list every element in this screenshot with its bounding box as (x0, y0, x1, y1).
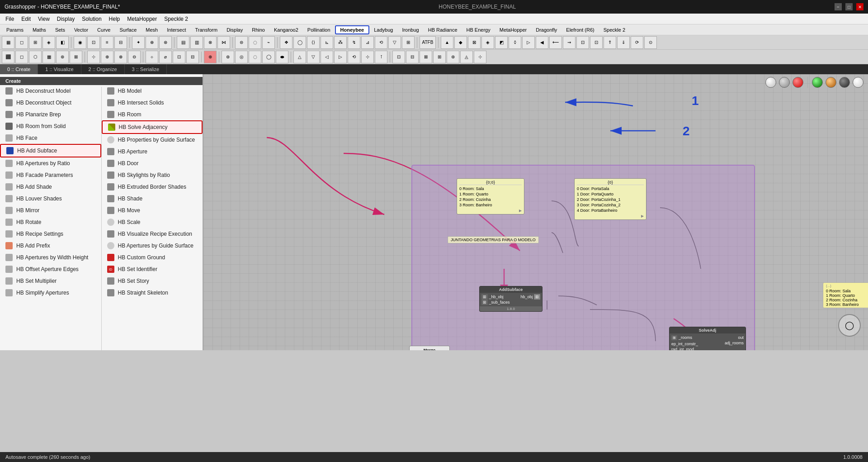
dd-hb-planarize-brep[interactable]: HB Planarize Brep (0, 109, 101, 120)
toolbar-btn-4[interactable]: ◈ (42, 36, 55, 49)
dd-hb-offset-aperture[interactable]: HB Offset Aperture Edges (0, 263, 101, 275)
toolbar-btn-29[interactable]: ⊞ (402, 36, 415, 49)
toolbar2-btn-22[interactable]: ▽ (307, 51, 320, 63)
dd-hb-deconstruct-object[interactable]: HB Deconstruct Object (0, 97, 101, 109)
dd-hb-facade-params[interactable]: HB Facade Parameters (0, 169, 101, 181)
gh-tab-organize[interactable]: 2 :: Organize (81, 64, 125, 74)
toolbar2-btn-29[interactable]: ⊟ (406, 51, 419, 63)
sphere-gray[interactable] (779, 77, 790, 88)
toolbar2-btn-3[interactable]: ⬡ (29, 51, 42, 63)
tab-transform[interactable]: Transform (190, 26, 222, 33)
dd-hb-add-subface[interactable]: HB Add Subface (0, 144, 101, 157)
dd-hb-face[interactable]: HB Face (0, 132, 101, 144)
toolbar-btn-17[interactable]: ⊜ (235, 36, 248, 49)
toolbar-btn-13[interactable]: ▤ (177, 36, 189, 49)
sphere-orange[interactable] (826, 77, 836, 88)
toolbar-btn-22[interactable]: ⟨⟩ (307, 36, 320, 49)
toolbar2-btn-1[interactable]: ⬛ (2, 51, 14, 63)
tab-surface[interactable]: Surface (115, 26, 141, 33)
minimize-button[interactable]: − (835, 3, 842, 10)
tab-elefront[interactable]: Elefront (R6) (561, 26, 599, 33)
dd-hb-straight-skeleton[interactable]: HB Straight Skeleton (102, 287, 203, 299)
menu-solution[interactable]: Solution (78, 15, 105, 23)
tab-maths[interactable]: Maths (28, 26, 51, 33)
toolbar-btn-16[interactable]: ⋈ (217, 36, 230, 49)
sphere-white2[interactable] (853, 77, 863, 88)
dd-hb-recipe-settings[interactable]: HB Recipe Settings (0, 228, 101, 240)
menu-metahopper[interactable]: MetaHopper (123, 15, 160, 23)
tab-metahopper[interactable]: MetaHopper (495, 26, 532, 33)
dd-hb-solve-adjacency[interactable]: HB Solve Adjacency (102, 120, 203, 134)
toolbar2-btn-9[interactable]: ⊗ (114, 51, 127, 63)
tab-hb-radiance[interactable]: HB Radiance (424, 26, 462, 33)
toolbar2-btn-27[interactable]: ⊺ (375, 51, 387, 63)
toolbar2-btn-6[interactable]: ⊠ (70, 51, 82, 63)
toolbar-btn-41[interactable]: ⊡ (576, 36, 589, 49)
tab-params[interactable]: Params (2, 26, 28, 33)
toolbar-btn-45[interactable]: ⟳ (631, 36, 643, 49)
toolbar-btn-42[interactable]: ⊡ (590, 36, 603, 49)
dd-hb-visualize-recipe[interactable]: HB Visualize Recipe Execution (102, 228, 203, 240)
toolbar-btn-20[interactable]: ❖ (280, 36, 292, 49)
toolbar2-btn-25[interactable]: ⟲ (348, 51, 360, 63)
toolbar-btn-26[interactable]: ⊿ (361, 36, 374, 49)
toolbar2-btn-26[interactable]: ⊹ (361, 51, 374, 63)
toolbar-btn-43[interactable]: ⇑ (604, 36, 616, 49)
toolbar-btn-10[interactable]: ✦ (132, 36, 145, 49)
tab-intersect[interactable]: Intersect (162, 26, 190, 33)
nav-compass[interactable]: ◯ (838, 314, 861, 337)
dd-hb-apertures-wh[interactable]: HB Apertures by Width Height (0, 252, 101, 263)
tab-ironbug[interactable]: Ironbug (397, 26, 423, 33)
rooms-node[interactable]: {0;0} 0 Room: Sala 1 Room: Quarto 2 Room… (457, 178, 524, 214)
toolbar-btn-33[interactable]: ⊠ (468, 36, 481, 49)
menu-display[interactable]: Display (53, 15, 78, 23)
toolbar-btn-15[interactable]: ⊗ (204, 36, 217, 49)
dd-hb-apertures-guide[interactable]: HB Apertures by Guide Surface (102, 240, 203, 252)
dd-hb-set-identifier[interactable]: ID HB Set Identifier (102, 263, 203, 275)
toolbar-btn-39[interactable]: ⟵ (549, 36, 562, 49)
dd-hb-set-story[interactable]: HB Set Story (102, 275, 203, 287)
toolbar-btn-19[interactable]: ⌁ (262, 36, 275, 49)
toolbar2-btn-30[interactable]: ⊠ (420, 51, 432, 63)
tab-kangaroo2[interactable]: Kangaroo2 (269, 26, 303, 33)
dd-hb-aperture[interactable]: HB Aperture (102, 146, 203, 157)
toolbar-btn-24[interactable]: ⁂ (334, 36, 347, 49)
dd-hb-props-guide[interactable]: HB Properties by Guide Surface (102, 134, 203, 146)
merge-comp[interactable]: Merge D1 D2 D3 D4 D5 Result (409, 346, 450, 350)
dd-hb-louver-shades[interactable]: HB Louver Shades (0, 193, 101, 205)
toolbar-btn-6[interactable]: ◉ (74, 36, 86, 49)
toolbar2-btn-21[interactable]: △ (293, 51, 306, 63)
gh-canvas[interactable]: 1 2 JUNTANDO GEOMETRIAS PARA O MODELO (203, 74, 868, 350)
menu-file[interactable]: File (2, 15, 18, 23)
dd-hb-door[interactable]: HB Door (102, 157, 203, 169)
toolbar-btn-23[interactable]: ⊾ (321, 36, 333, 49)
dd-hb-intersect-solids[interactable]: HB Intersect Solids (102, 97, 203, 109)
toolbar-btn-36[interactable]: ⧲ (509, 36, 521, 49)
toolbar2-btn-5[interactable]: ⊛ (56, 51, 69, 63)
toolbar-btn-3[interactable]: ⊞ (29, 36, 42, 49)
toolbar-btn-46[interactable]: ⊙ (644, 36, 657, 49)
toolbar2-btn-24[interactable]: ▷ (334, 51, 347, 63)
dd-hb-move[interactable]: HB Move (102, 205, 203, 216)
menu-speckle2[interactable]: Speckle 2 (160, 15, 192, 23)
toolbar2-btn-17[interactable]: ◎ (235, 51, 248, 63)
toolbar-btn-7[interactable]: ⊡ (87, 36, 100, 49)
dd-hb-custom-ground[interactable]: HB Custom Ground (102, 252, 203, 263)
toolbar-btn-21[interactable]: ◯ (293, 36, 306, 49)
maximize-button[interactable]: □ (845, 3, 853, 10)
toolbar-btn-12[interactable]: ⊛ (159, 36, 172, 49)
toolbar-btn-18[interactable]: ◌ (249, 36, 261, 49)
toolbar-btn-5[interactable]: ◧ (56, 36, 69, 49)
dd-hb-mirror[interactable]: HB Mirror (0, 205, 101, 216)
toolbar2-btn-4[interactable]: ▦ (42, 51, 55, 63)
tab-hb-energy[interactable]: HB Energy (462, 26, 495, 33)
close-button[interactable]: ✕ (856, 3, 863, 10)
dd-hb-model[interactable]: HB Model (102, 85, 203, 97)
toolbar2-btn-19[interactable]: ◯ (262, 51, 275, 63)
dd-hb-add-prefix[interactable]: HB Add Prefix (0, 240, 101, 252)
dd-hb-shade[interactable]: HB Shade (102, 193, 203, 205)
toolbar-btn-25[interactable]: ↯ (348, 36, 360, 49)
tab-ladybug[interactable]: Ladybug (369, 26, 397, 33)
dd-hb-add-shade[interactable]: HB Add Shade (0, 181, 101, 193)
toolbar2-btn-7[interactable]: ⊹ (87, 51, 100, 63)
